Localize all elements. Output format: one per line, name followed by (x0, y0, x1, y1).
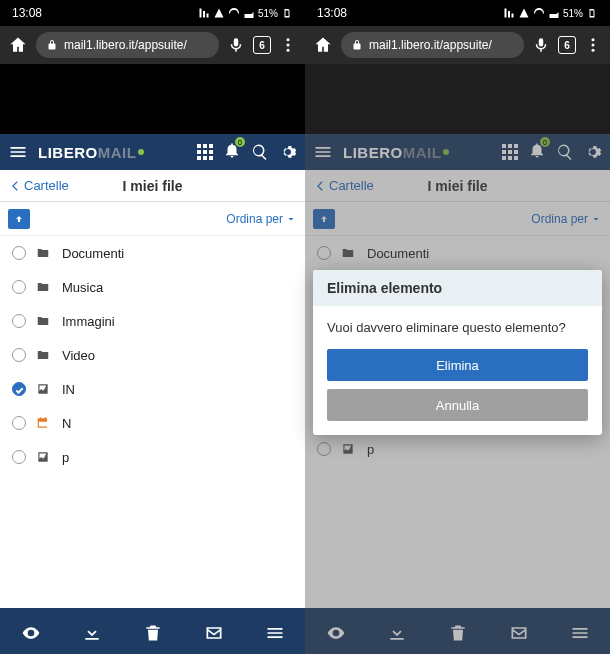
select-radio[interactable] (12, 246, 26, 260)
file-name: Immagini (62, 314, 115, 329)
right-screenshot: 13:08 51% mail1.libero.it/appsuite/ 6 LI… (305, 0, 610, 654)
menu-icon[interactable] (8, 142, 28, 162)
view-icon[interactable] (326, 623, 346, 643)
download-icon[interactable] (387, 623, 407, 643)
caret-down-icon (590, 213, 602, 225)
sort-button[interactable]: Ordina per (226, 212, 297, 226)
chevron-left-icon (313, 179, 327, 193)
search-icon[interactable] (251, 143, 269, 161)
folder-icon (36, 348, 52, 362)
lock-icon (46, 39, 58, 51)
list-item[interactable]: Documenti (305, 236, 610, 270)
file-name: p (62, 450, 69, 465)
trash-icon[interactable] (143, 623, 163, 643)
select-radio[interactable] (317, 442, 331, 456)
bell-icon[interactable]: 0 (223, 141, 241, 163)
trash-icon[interactable] (448, 623, 468, 643)
view-icon[interactable] (21, 623, 41, 643)
url-bar[interactable]: mail1.libero.it/appsuite/ (341, 32, 524, 58)
page-title: I miei file (123, 178, 183, 194)
status-icons: 51% (503, 7, 598, 19)
file-name: Video (62, 348, 95, 363)
select-radio[interactable] (12, 382, 26, 396)
list-item[interactable]: p (305, 432, 610, 466)
back-button[interactable]: Cartelle (313, 178, 374, 193)
mic-icon[interactable] (227, 36, 245, 54)
folder-icon (36, 314, 52, 328)
sub-bar: Cartelle I miei file (0, 170, 305, 202)
breadcrumb-root-icon[interactable] (313, 209, 335, 229)
bell-icon[interactable]: 0 (528, 141, 546, 163)
url-text: mail1.libero.it/appsuite/ (64, 38, 187, 52)
caret-down-icon (285, 213, 297, 225)
list-item[interactable]: Video (0, 338, 305, 372)
mail-icon[interactable] (204, 623, 224, 643)
home-icon[interactable] (313, 35, 333, 55)
apps-icon[interactable] (502, 144, 518, 160)
file-name: Documenti (62, 246, 124, 261)
left-screenshot: 13:08 51% mail1.libero.it/appsuite/ 6 LI… (0, 0, 305, 654)
sub-bar: Cartelle I miei file (305, 170, 610, 202)
list-item[interactable]: p (0, 440, 305, 474)
sort-bar: Ordina per (0, 202, 305, 236)
search-icon[interactable] (556, 143, 574, 161)
menu-icon[interactable] (313, 142, 333, 162)
status-time: 13:08 (317, 6, 347, 20)
browser-bar: mail1.libero.it/appsuite/ 6 (305, 26, 610, 64)
list-item[interactable]: N (0, 406, 305, 440)
page-gap (0, 64, 305, 134)
file-name: p (367, 442, 374, 457)
download-icon[interactable] (82, 623, 102, 643)
status-bar: 13:08 51% (305, 0, 610, 26)
status-icons: 51% (198, 7, 293, 19)
gear-icon[interactable] (584, 143, 602, 161)
list-item[interactable]: Musica (0, 270, 305, 304)
chevron-left-icon (8, 179, 22, 193)
browser-bar: mail1.libero.it/appsuite/ 6 (0, 26, 305, 64)
tab-count[interactable]: 6 (558, 36, 576, 54)
kebab-icon[interactable] (279, 36, 297, 54)
more-icon[interactable] (570, 623, 590, 643)
url-bar[interactable]: mail1.libero.it/appsuite/ (36, 32, 219, 58)
modal-title: Elimina elemento (313, 270, 602, 306)
home-icon[interactable] (8, 35, 28, 55)
mic-icon[interactable] (532, 36, 550, 54)
app-bar: LIBEROMAIL 0 (0, 134, 305, 170)
kebab-icon[interactable] (584, 36, 602, 54)
sort-bar: Ordina per (305, 202, 610, 236)
image-icon (36, 382, 52, 396)
breadcrumb-root-icon[interactable] (8, 209, 30, 229)
apps-icon[interactable] (197, 144, 213, 160)
select-radio[interactable] (12, 348, 26, 362)
list-item[interactable]: Immagini (0, 304, 305, 338)
select-radio[interactable] (12, 450, 26, 464)
image-icon (36, 450, 52, 464)
bottom-bar (305, 608, 610, 654)
file-list-left: DocumentiMusicaImmaginiVideoINNp (0, 236, 305, 608)
cancel-button[interactable]: Annulla (327, 389, 588, 421)
list-item[interactable]: Documenti (0, 236, 305, 270)
confirm-delete-button[interactable]: Elimina (327, 349, 588, 381)
back-button[interactable]: Cartelle (8, 178, 69, 193)
folder-icon (341, 246, 357, 260)
file-name: Musica (62, 280, 103, 295)
app-logo: LIBEROMAIL (38, 144, 144, 161)
status-bar: 13:08 51% (0, 0, 305, 26)
image-icon (341, 442, 357, 456)
cal-icon (36, 416, 52, 430)
folder-icon (36, 246, 52, 260)
select-radio[interactable] (12, 314, 26, 328)
select-radio[interactable] (12, 280, 26, 294)
lock-icon (351, 39, 363, 51)
sort-button[interactable]: Ordina per (531, 212, 602, 226)
tab-count[interactable]: 6 (253, 36, 271, 54)
list-item[interactable]: IN (0, 372, 305, 406)
select-radio[interactable] (317, 246, 331, 260)
file-name: N (62, 416, 71, 431)
gear-icon[interactable] (279, 143, 297, 161)
more-icon[interactable] (265, 623, 285, 643)
select-radio[interactable] (12, 416, 26, 430)
folder-icon (36, 280, 52, 294)
mail-icon[interactable] (509, 623, 529, 643)
status-time: 13:08 (12, 6, 42, 20)
